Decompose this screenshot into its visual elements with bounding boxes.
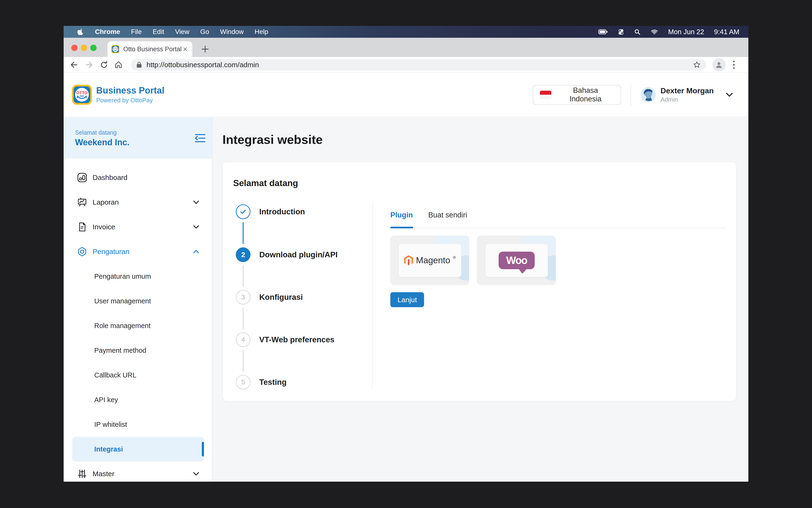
menu-edit[interactable]: Edit (153, 28, 164, 36)
sidebar: Selamat datang Weekend Inc. Dashboard (63, 118, 213, 482)
sidebar-subitem-payment-method[interactable]: Payment method (63, 338, 212, 363)
forward-button[interactable] (83, 59, 95, 71)
home-button[interactable] (112, 59, 125, 71)
window-close-button[interactable] (71, 45, 78, 51)
back-button[interactable] (68, 59, 80, 71)
browser-tab-strip: OTTO Otto Business Portal (63, 38, 749, 57)
control-center-icon[interactable] (618, 29, 624, 35)
url-text[interactable]: http://ottobusinessportal.com/admin (146, 61, 693, 69)
menubar-date[interactable]: Mon Jun 22 (668, 28, 704, 36)
window-zoom-button[interactable] (90, 45, 97, 51)
tab-favicon: OTTO (111, 45, 119, 53)
sidebar-subitem-ip-whitelist[interactable]: IP whitelist (63, 412, 212, 437)
window-minimize-button[interactable] (81, 45, 87, 51)
browser-toolbar: http://ottobusinessportal.com/admin (63, 57, 749, 73)
user-name: Dexter Morgan (660, 86, 714, 95)
step-konfigurasi[interactable]: 3 Konfigurasi (236, 290, 303, 304)
address-bar[interactable]: http://ottobusinessportal.com/admin (131, 59, 706, 71)
language-selector[interactable]: Bahasa Indonesia (533, 85, 621, 105)
chevron-down-icon (193, 471, 200, 476)
sidebar-subitem-pengaturan-umum[interactable]: Pengaturan umum (63, 264, 212, 289)
lanjut-button[interactable]: Lanjut (390, 292, 424, 307)
step-number: 3 (236, 290, 251, 304)
browser-profile-icon[interactable] (712, 58, 726, 72)
plugin-tile-magento[interactable]: Magento® (390, 236, 469, 285)
apple-menu-icon[interactable] (77, 28, 84, 35)
step-testing[interactable]: 5 Testing (236, 375, 287, 389)
chevron-down-icon (193, 200, 200, 205)
card-title: Selamat datang (233, 178, 298, 188)
app-header: OTTOPAY Business Portal Powered by OttoP… (63, 73, 749, 117)
sidebar-collapse-icon[interactable] (194, 133, 206, 143)
new-tab-button[interactable] (199, 43, 211, 55)
stepper-divider (372, 201, 373, 390)
bookmark-star-icon[interactable] (693, 61, 701, 69)
menu-window[interactable]: Window (220, 28, 244, 36)
registered-mark: ® (453, 255, 456, 260)
browser-menu-icon[interactable] (733, 60, 735, 70)
sidebar-item-dashboard[interactable]: Dashboard (63, 165, 212, 190)
mac-screen: Chrome File Edit View Go Window Help Mon… (63, 26, 749, 482)
step-download-plugin[interactable]: 2 Download plugin/API (236, 247, 338, 262)
sidebar-item-laporan[interactable]: Laporan (63, 190, 212, 215)
tab-close-icon[interactable] (182, 46, 188, 52)
step-introduction[interactable]: Introduction (236, 204, 305, 219)
step-connector (243, 222, 244, 244)
step-done-check-icon (236, 204, 251, 219)
sidebar-subitem-role-management[interactable]: Role management (63, 313, 212, 338)
lock-icon[interactable] (136, 61, 142, 68)
tab-active-underline (390, 227, 413, 228)
menu-help[interactable]: Help (255, 28, 268, 36)
brand-subtitle: Powered by OttoPay (96, 97, 164, 104)
sidebar-item-invoice[interactable]: Invoice (63, 215, 212, 239)
step-number: 2 (236, 247, 251, 262)
sidebar-item-master[interactable]: Master (63, 462, 212, 482)
chevron-down-icon (193, 224, 200, 229)
settings-nut-icon (77, 246, 87, 257)
tab-title: Otto Business Portal (123, 46, 182, 53)
tab-track (390, 228, 726, 228)
profile-chevron-down-icon[interactable] (725, 92, 734, 97)
tab-buat-sendiri[interactable]: Buat sendiri (428, 211, 467, 219)
sidebar-item-label: Invoice (93, 223, 115, 231)
menu-go[interactable]: Go (200, 28, 209, 36)
magento-logo-icon (404, 255, 413, 266)
main-content: Integrasi website Selamat datang Introdu… (213, 118, 749, 482)
menu-chrome[interactable]: Chrome (95, 28, 120, 36)
dashboard-icon (77, 172, 87, 183)
plugin-tile-woocommerce[interactable]: Woo (477, 236, 556, 285)
brand[interactable]: OTTOPAY Business Portal Powered by OttoP… (72, 85, 164, 105)
page-title: Integrasi website (222, 132, 749, 147)
company-name: Weekend Inc. (75, 137, 212, 147)
sidebar-welcome: Selamat datang Weekend Inc. (63, 118, 212, 159)
menu-file[interactable]: File (131, 28, 142, 36)
spotlight-search-icon[interactable] (634, 29, 641, 35)
sidebar-item-label: Master (93, 470, 115, 478)
menu-view[interactable]: View (175, 28, 189, 36)
ottopay-logo: OTTOPAY (72, 85, 92, 105)
reload-button[interactable] (98, 59, 110, 71)
step-number: 4 (236, 332, 251, 347)
step-number: 5 (236, 375, 251, 389)
welcome-label: Selamat datang (75, 129, 212, 136)
chevron-up-icon (193, 249, 200, 254)
brand-title: Business Portal (96, 85, 164, 96)
battery-icon[interactable] (598, 29, 608, 34)
sliders-icon (77, 469, 87, 479)
woocommerce-logo: Woo (499, 252, 535, 269)
plugin-tabs: Plugin Buat sendiri (390, 211, 467, 219)
sidebar-item-label: Dashboard (93, 173, 128, 182)
integration-card: Selamat datang Introduction 2 Download p… (222, 162, 736, 401)
tab-plugin[interactable]: Plugin (390, 211, 413, 219)
svg-text:PAY: PAY (80, 95, 84, 97)
sidebar-subitem-integrasi[interactable]: Integrasi (72, 437, 204, 462)
sidebar-subitem-user-management[interactable]: User management (63, 289, 212, 313)
step-vtweb-preferences[interactable]: 4 VT-Web preferences (236, 332, 335, 347)
wifi-icon[interactable] (650, 29, 658, 35)
browser-tab-active[interactable]: OTTO Otto Business Portal (108, 41, 192, 57)
sidebar-subitem-callback-url[interactable]: Callback URL (63, 363, 212, 387)
menubar-clock[interactable]: 9:41 AM (714, 28, 739, 36)
sidebar-subitem-api-key[interactable]: API key (63, 387, 212, 412)
user-avatar[interactable] (641, 87, 656, 102)
sidebar-item-pengaturan[interactable]: Pengaturan (63, 239, 212, 264)
